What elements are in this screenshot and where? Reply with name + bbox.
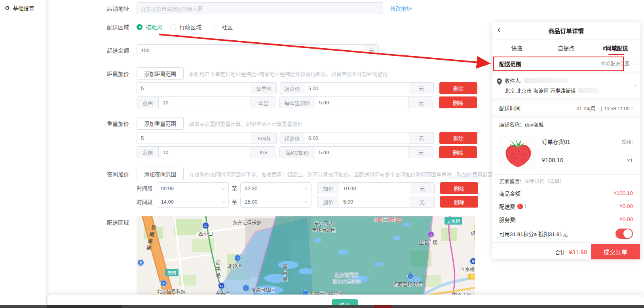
view-range-link[interactable]: 查看配送范围 [601,60,629,67]
distance-1-price-unit: 元 [409,82,434,94]
delivery-range-row[interactable]: 配送范围 查看配送范围 › [492,56,640,71]
preview-title: 商品订单详情 [548,26,584,35]
night-2-start-select[interactable]: 14:00 [157,196,229,208]
delivery-time-row[interactable]: 配送时间 01-24(周一) 10:58 11:00 › [492,101,640,115]
radio-admin-region-label[interactable]: 行政区域 [179,23,201,31]
order-preview-panel: ‹ 商品订单详情 快递 自提点 #同城配送 配送范围 查看配送范围 › 收件人: [492,22,640,259]
product-row[interactable]: 订单存货01 规格: ¥100.10 ×1 [492,131,640,175]
min-amount-input[interactable]: 100 [137,44,364,56]
service-fee-value: ¥0.00 [619,216,633,222]
night-1-start-value: 00:00 [161,185,174,191]
submit-order-button[interactable]: 提交订单 [591,244,640,259]
goods-amount-label: 商品金额 [499,189,521,197]
delivery-map[interactable]: 京藏高速 东升汇俱乐部 东小口城 市休闲公园 公园二期北区 立水桥 G 西小口 … [137,216,475,295]
buyer-message-row[interactable]: 买家留言: 50字以内（选填） [492,175,640,187]
tab-express[interactable]: 快递 [492,44,541,52]
metro-station-icon: G [470,258,475,265]
distance-fee-help: 根据用户下单定位地址经纬度+商家地址经纬度计算骑行距离，如留空则不计算距离加价 [189,70,388,77]
delivery-area-row: 配送区域 按距离 行政区域 社区 [102,23,244,31]
distance-row-2: 范围 10 公里 每公里加价 5.00 元 删除 [102,96,477,108]
night-2-price-label: 加价 [317,196,339,208]
night-row-1: 时间段 00:00 至 02:30 加价 10.00 元 删除 [137,182,478,194]
weight-1-delete-button[interactable]: 删除 [439,132,477,144]
edit-address-link[interactable]: 修改地址 [390,4,412,12]
sidebar: ⚙ 基础设置 [0,0,47,308]
night-2-end-select[interactable]: 15:00 [240,196,312,208]
min-amount-unit: 元 [364,44,379,56]
distance-2-unit: 公里 [251,96,276,108]
map-badge-qinghe: 清河 [165,269,179,276]
distance-1-delete-button[interactable]: 删除 [439,82,477,94]
product-image-strawberry [498,136,536,170]
weight-1-value-input[interactable]: 5 [137,132,251,144]
delivery-fee-label: 配送费 [499,202,515,210]
sidebar-item-basic-settings[interactable]: ⚙ 基础设置 [0,0,46,16]
goods-amount-row: 商品金额 ¥100.10 [492,187,640,200]
recipient-address-row[interactable]: 收件人: 北京 北京市 海淀区 万寿路街道 › [492,74,640,98]
night-fee-label: 夜间加价 [102,170,129,178]
distance-1-price-label: 起步价 [280,82,304,94]
night-1-end-select[interactable]: 02:30 [240,182,312,194]
map-canvas[interactable] [137,216,475,295]
building-icon: ⌂ [243,285,249,291]
map-section-label: 配送区域 [102,218,129,226]
map-label: 后屯路 [215,260,221,279]
night-2-start-value: 14:00 [161,199,174,205]
distance-2-value-input[interactable]: 10 [158,96,251,108]
add-night-range-button[interactable]: 添加夜间范围 [137,168,184,180]
store-address-row: 店铺地址 北京北京市海淀区国泰大厦 修改地址 [102,2,412,14]
distance-1-price-input[interactable]: 5.00 [304,82,409,94]
radio-community[interactable] [213,24,218,30]
points-toggle[interactable] [616,229,633,239]
night-2-price-input[interactable]: 5.00 [339,196,410,208]
map-label: 东小口城 [314,220,333,227]
distance-1-value-input[interactable]: 5 [137,82,251,94]
order-bottom-bar: 合计: ¥31.90 提交订单 [492,244,640,259]
map-label: 北京清河湾 [334,271,358,278]
info-icon[interactable]: ! [517,204,523,209]
back-icon[interactable]: ‹ [498,25,500,35]
night-2-delete-button[interactable]: 删除 [440,196,478,208]
night-1-delete-button[interactable]: 删除 [440,182,478,194]
buyer-message-placeholder: 50字以内（选填） [524,177,564,185]
delivery-time-value: 01-24(周一) 10:58 11:00 [576,104,629,112]
night-1-time-label: 时间段 [137,184,153,192]
product-quantity: ×1 [627,157,633,163]
night-1-price-label: 加价 [317,182,339,194]
metro-station-icon: G [218,282,225,289]
sidebar-item-label: 基础设置 [13,4,34,12]
product-price: ¥100.10 [542,157,563,163]
delivery-fee-colon: : [525,203,526,209]
tab-pickup[interactable]: 自提点 [541,44,591,52]
weight-1-price-input[interactable]: 0.00 [304,132,409,144]
weight-row-2: 范围 10 KG 每KG加价 5.00 元 删除 [102,146,477,158]
radio-community-label[interactable]: 社区 [222,23,233,31]
add-weight-range-button[interactable]: 添加重量范围 [137,117,184,130]
tab-city-delivery[interactable]: #同城配送 [591,44,640,52]
radio-by-distance-label[interactable]: 按距离 [146,23,162,31]
chevron-down-icon [304,199,308,203]
weight-2-price-input[interactable]: 5.00 [315,146,409,158]
night-1-start-select[interactable]: 00:00 [157,182,229,194]
points-row: 可用31.91积分a 抵扣31.91元 [492,226,640,242]
map-label: 怡清园社区 [251,286,275,293]
store-address-input[interactable]: 北京北京市海淀区国泰大厦 [137,2,383,14]
map-label: 立水桥南 [460,266,475,272]
distance-row-1: 5 公里内 起步价 5.00 元 删除 [102,82,477,94]
map-label: 望 [471,230,475,237]
distance-2-price-input[interactable]: 5.00 [315,96,409,108]
delivery-time-label: 配送时间 [499,104,521,112]
radio-admin-region[interactable] [170,24,176,30]
weight-1-unit: KG内 [251,132,277,144]
add-distance-range-button[interactable]: 添加距离范围 [137,67,184,80]
weight-2-value-input[interactable]: 10 [158,146,251,158]
night-1-price-input[interactable]: 10.00 [339,182,410,194]
night-row-2: 时间段 14:00 至 15:00 加价 5.00 元 删除 [137,196,478,208]
radio-by-distance[interactable] [137,24,142,30]
night-fee-header: 夜间加价 添加夜间范围 在设置的夜间时间范围内下单，加收费用！如留空，则不计算夜… [102,168,555,180]
total-label: 合计: [555,248,567,256]
distance-2-delete-button[interactable]: 删除 [439,96,477,108]
store-address-label: 店铺地址 [102,4,129,12]
weight-2-delete-button[interactable]: 删除 [439,146,477,158]
chevron-right-icon: › [634,82,636,89]
